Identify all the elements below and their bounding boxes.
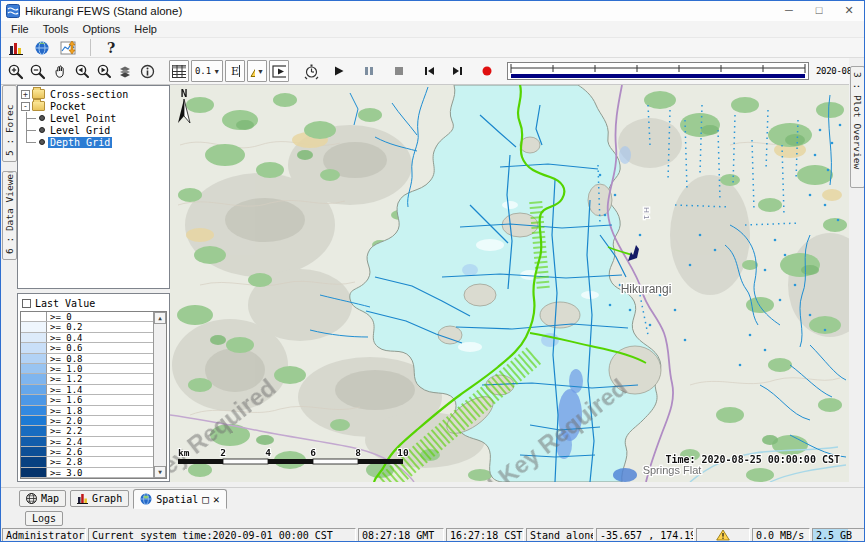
tree-item-pocket[interactable]: - Pocket (21, 100, 169, 112)
legend-row[interactable]: >= 0.8 (21, 354, 166, 364)
help-icon[interactable]: ? (101, 37, 121, 59)
window-title: Hikurangi FEWS (Stand alone) (25, 5, 182, 17)
legend-row[interactable]: >= 1.6 (21, 395, 166, 405)
menu-file[interactable]: File (5, 23, 37, 35)
legend-row[interactable]: >= 2.4 (21, 437, 166, 447)
legend-row[interactable]: >= 3.2 (21, 478, 166, 479)
tree-guide (26, 112, 39, 124)
log-browser-icon[interactable] (6, 37, 26, 59)
tree-item-depth-grid[interactable]: Depth Grid (21, 136, 169, 148)
tab-forecasts[interactable]: 5 : Forec (2, 85, 17, 162)
legend-row[interactable]: >= 0 (21, 312, 166, 322)
legend-row[interactable]: >= 0.2 (21, 322, 166, 332)
scroll-up-icon[interactable]: ▲ (154, 312, 166, 324)
legend-color-swatch (21, 478, 47, 479)
legend-row-label: >= 1.8 (47, 406, 83, 415)
map-canvas[interactable]: API Key Required API Key Required Hikura… (170, 85, 849, 482)
tree-item-level-grid[interactable]: Level Grid (21, 124, 169, 136)
legend-row[interactable]: >= 1.8 (21, 406, 166, 416)
minimize-button[interactable]: ─ (774, 1, 804, 21)
profile-button[interactable]: E (225, 60, 245, 82)
step-forward-button[interactable] (447, 60, 467, 82)
pan-hand-icon[interactable] (49, 60, 69, 82)
town-label: Hikurangi (621, 282, 672, 296)
menu-help[interactable]: Help (128, 23, 165, 35)
legend-color-swatch (21, 333, 47, 342)
grid-display-button[interactable] (169, 60, 189, 82)
legend-row[interactable]: >= 2.8 (21, 457, 166, 467)
info-icon[interactable] (137, 60, 157, 82)
warning-filter-button[interactable]: ▼ (247, 60, 267, 82)
legend-row-label: >= 2.4 (47, 437, 83, 446)
classbreak-combo[interactable]: 0.1▼ (191, 60, 223, 82)
time-series-icon[interactable] (58, 37, 80, 59)
tab-plot-overview[interactable]: 3 : Plot Overview (850, 66, 865, 188)
movie-player-button[interactable] (269, 60, 289, 82)
animation-settings-icon[interactable] (301, 60, 321, 82)
scale-tick-label: 10 (397, 447, 409, 458)
legend-row-label: >= 1.6 (47, 395, 83, 404)
time-slider[interactable] (507, 62, 809, 80)
legend-row[interactable]: >= 0.6 (21, 343, 166, 353)
step-back-button[interactable] (419, 60, 439, 82)
app-logo-icon (6, 4, 20, 18)
tree-item-label: Level Point (48, 113, 118, 124)
legend-row[interactable]: >= 3.0 (21, 468, 166, 478)
zoom-previous-icon[interactable] (71, 60, 91, 82)
play-button[interactable] (329, 60, 349, 82)
legend-row-label: >= 1.0 (47, 364, 83, 373)
legend-color-swatch (21, 468, 47, 477)
tree-item-cross-section[interactable]: + Cross-section (21, 88, 169, 100)
legend-row[interactable]: >= 0.4 (21, 333, 166, 343)
svg-text:E: E (231, 65, 239, 78)
expand-icon[interactable]: + (21, 90, 30, 99)
scroll-down-icon[interactable]: ▼ (154, 466, 166, 478)
zoom-in-icon[interactable] (5, 60, 25, 82)
zoom-out-icon[interactable] (27, 60, 47, 82)
bullet-icon (39, 127, 45, 133)
logs-button[interactable]: Logs (25, 511, 63, 526)
right-tab-strip: 3 : Plot Overview (849, 58, 865, 487)
menu-options[interactable]: Options (76, 23, 128, 35)
map-render: API Key Required API Key Required Hikura… (170, 85, 849, 482)
legend-row[interactable]: >= 2.2 (21, 426, 166, 436)
menu-tools[interactable]: Tools (37, 23, 77, 35)
maximize-panel-icon[interactable]: □ (202, 494, 209, 505)
legend-row[interactable]: >= 1.0 (21, 364, 166, 374)
tree-item-level-point[interactable]: Level Point (21, 112, 169, 124)
legend-header: Last Value (20, 296, 167, 310)
scale-unit: km (178, 447, 190, 458)
record-button[interactable] (477, 60, 497, 82)
status-warning[interactable] (696, 528, 750, 542)
zoom-next-icon[interactable] (93, 60, 113, 82)
time-slider-track (508, 63, 808, 79)
legend-row[interactable]: >= 2.6 (21, 447, 166, 457)
legend-table: >= 0 >= 0.2 >= 0.4 >= 0.6 >= 0.8 >= 1.0 … (20, 311, 167, 479)
legend-row[interactable]: >= 2.0 (21, 416, 166, 426)
legend-row-label: >= 1.4 (47, 385, 83, 394)
tab-spatial-label: Spatial (156, 494, 198, 505)
tab-map-label: Map (41, 493, 59, 504)
status-local-time: 16:27:18 CST (446, 528, 524, 542)
stop-button[interactable] (389, 60, 409, 82)
left-tab-strip: 5 : Forec 6 : Data Viewer (1, 85, 17, 487)
tab-spatial[interactable]: Spatial □ ✕ (133, 489, 226, 509)
close-button[interactable]: ✕ (834, 1, 864, 21)
legend-row[interactable]: >= 1.2 (21, 374, 166, 384)
legend-row[interactable]: >= 1.4 (21, 385, 166, 395)
maximize-button[interactable]: □ (804, 1, 834, 21)
layers-icon[interactable] (115, 60, 135, 82)
collapse-icon[interactable]: - (21, 102, 30, 111)
tab-graph[interactable]: Graph (70, 490, 129, 507)
tab-map[interactable]: Map (19, 490, 66, 507)
pause-button[interactable] (359, 60, 379, 82)
close-panel-icon[interactable]: ✕ (213, 494, 220, 505)
last-value-checkbox[interactable] (22, 299, 31, 308)
bottom-tab-bar: Map Graph Spatial □ ✕ (1, 487, 865, 509)
globe-icon (140, 493, 152, 505)
layer-tree: + Cross-section - Pocket Level Point Lev… (17, 85, 170, 289)
legend-scrollbar[interactable]: ▲ ▼ (153, 312, 166, 478)
legend-color-swatch (21, 447, 47, 456)
tab-data-viewer[interactable]: 6 : Data Viewer (2, 171, 17, 260)
map-globe-icon[interactable] (32, 37, 52, 59)
